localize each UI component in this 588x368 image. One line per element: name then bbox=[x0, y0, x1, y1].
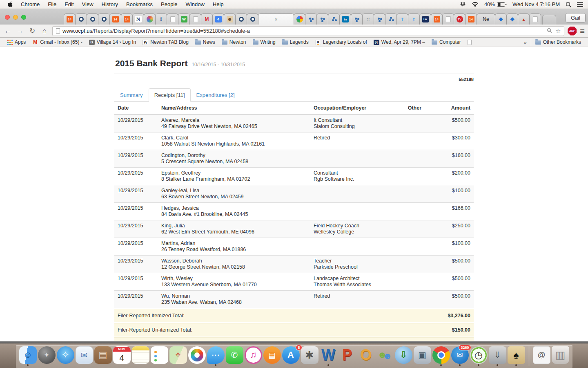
menu-bar-item[interactable]: Chrome bbox=[17, 1, 44, 7]
notes-icon[interactable] bbox=[132, 346, 149, 366]
browser-tab[interactable] bbox=[385, 13, 397, 25]
apple-menu-icon[interactable] bbox=[7, 1, 13, 7]
browser-tab[interactable] bbox=[189, 13, 201, 25]
bookmark-item[interactable]: News bbox=[192, 38, 218, 46]
trash-icon[interactable]: ▥ bbox=[552, 346, 569, 366]
report-tab[interactable]: Receipts [11] bbox=[149, 88, 191, 102]
browser-tab[interactable]: t bbox=[396, 13, 408, 25]
browser-tab[interactable] bbox=[235, 13, 247, 25]
bookmark-item[interactable]: Legends bbox=[279, 38, 312, 46]
zoom-out-icon[interactable] bbox=[547, 28, 552, 34]
reload-icon[interactable]: ↻ bbox=[28, 27, 37, 34]
profile-button[interactable]: Gail bbox=[566, 13, 586, 22]
browser-tab[interactable]: 14 bbox=[431, 13, 443, 25]
outlook-icon[interactable]: O bbox=[357, 346, 375, 366]
browser-tab[interactable]: ❖ bbox=[506, 13, 518, 25]
bookmark-item[interactable]: Newton bbox=[219, 38, 249, 46]
bookmark-item[interactable]: Legendary Locals of bbox=[312, 38, 370, 46]
chrome-icon[interactable] bbox=[432, 346, 450, 366]
browser-tab[interactable]: M bbox=[201, 13, 213, 25]
browser-tab[interactable] bbox=[328, 13, 340, 25]
internet-download-icon[interactable]: ⇩ bbox=[395, 346, 412, 366]
menu-bar-item[interactable]: Window bbox=[182, 1, 209, 7]
other-bookmarks[interactable]: Other Bookmarks bbox=[531, 38, 584, 46]
tab-close-icon[interactable]: × bbox=[274, 17, 278, 22]
forward-icon[interactable]: → bbox=[16, 27, 24, 34]
browser-tab[interactable] bbox=[305, 13, 317, 25]
bookmark-item[interactable] bbox=[465, 39, 477, 46]
thunderbird-icon[interactable]: 3260 ✉ bbox=[451, 346, 469, 366]
report-tab[interactable]: Expenditures [2] bbox=[191, 88, 241, 102]
browser-tab[interactable] bbox=[167, 13, 178, 25]
installer-icon[interactable]: ⇓ bbox=[489, 346, 506, 366]
browser-tab[interactable]: in bbox=[339, 13, 351, 25]
browser-tab[interactable] bbox=[87, 13, 98, 25]
word-icon[interactable]: W bbox=[320, 346, 337, 366]
chrome-menu-icon[interactable]: ≡ bbox=[580, 27, 585, 35]
browser-tab[interactable]: 14 bbox=[109, 13, 121, 25]
browser-tab-active[interactable]: × bbox=[258, 13, 294, 25]
bookmark-item[interactable]: Wed, Apr 29, 7PM – bbox=[371, 38, 428, 46]
browser-tab[interactable]: ☻ bbox=[224, 13, 236, 25]
itunes-icon[interactable]: ♫ bbox=[245, 346, 262, 366]
vcard-icon[interactable]: @ bbox=[533, 346, 550, 366]
battery-status[interactable]: 40% bbox=[484, 1, 507, 7]
bookmark-item[interactable]: Computer bbox=[429, 38, 464, 46]
reminders-icon[interactable] bbox=[151, 346, 168, 366]
browser-tab[interactable] bbox=[316, 13, 328, 25]
browser-tab[interactable] bbox=[247, 13, 258, 25]
browser-tab[interactable] bbox=[98, 13, 110, 25]
browser-tab[interactable]: N bbox=[132, 13, 144, 25]
photos-icon[interactable] bbox=[188, 346, 206, 366]
browser-tab[interactable]: TV bbox=[454, 13, 466, 25]
browser-tab[interactable]: 4 bbox=[212, 13, 224, 25]
calendar-icon[interactable]: NOV 4 bbox=[113, 346, 131, 366]
powerpoint-icon[interactable]: P bbox=[339, 346, 356, 366]
wifi-status-icon[interactable] bbox=[472, 2, 479, 7]
adblock-plus-icon[interactable]: ABP bbox=[568, 27, 577, 36]
safari-icon[interactable]: ✧ bbox=[57, 346, 74, 366]
finder-icon[interactable]: ☺ bbox=[19, 346, 37, 366]
browser-tab[interactable]: ❖ bbox=[495, 13, 507, 25]
spades-icon[interactable]: ♠ bbox=[508, 346, 525, 366]
browser-tab[interactable] bbox=[351, 13, 363, 25]
close-window-button[interactable] bbox=[5, 15, 10, 20]
bookmark-item[interactable]: Gmail - Inbox (65) - bbox=[29, 38, 85, 46]
back-icon[interactable]: ← bbox=[3, 27, 12, 34]
menu-bar-item[interactable]: People bbox=[157, 1, 181, 7]
address-bar[interactable]: www.ocpf.us/Reports/DisplayReport?menuHi… bbox=[52, 26, 564, 36]
home-icon[interactable]: ⌂ bbox=[40, 27, 49, 34]
messenger-icon[interactable]: ☻ bbox=[376, 346, 394, 366]
launchpad-icon[interactable]: ✦ bbox=[38, 346, 56, 366]
remote-desktop-icon[interactable]: ▣ bbox=[414, 346, 431, 366]
browser-tab[interactable]: 14 bbox=[121, 13, 133, 25]
dropbox-status-icon[interactable] bbox=[460, 2, 466, 7]
browser-tab[interactable]: t bbox=[408, 13, 420, 25]
menu-bar-clock[interactable]: Wed Nov 4 7:16 PM bbox=[512, 1, 560, 7]
mail-icon[interactable]: ✉ bbox=[76, 346, 93, 366]
menu-bar-item[interactable]: View bbox=[78, 1, 98, 7]
browser-tab[interactable] bbox=[75, 13, 87, 25]
browser-tab[interactable]: ▲ bbox=[518, 13, 530, 25]
browser-tab[interactable] bbox=[529, 13, 541, 25]
menu-bar-item[interactable]: History bbox=[98, 1, 122, 7]
notification-center-icon[interactable] bbox=[577, 2, 583, 7]
clock-icon[interactable]: ◷ bbox=[470, 346, 488, 366]
bookmark-star-icon[interactable]: ☆ bbox=[555, 27, 561, 35]
browser-tab[interactable] bbox=[294, 13, 305, 25]
spotlight-search-icon[interactable] bbox=[566, 2, 571, 7]
browser-tab[interactable] bbox=[442, 13, 454, 25]
browser-tab[interactable]: ∷ bbox=[362, 13, 374, 25]
bookmark-item[interactable]: Village 14 › Log In bbox=[86, 38, 139, 46]
app-store-icon[interactable]: 8 A bbox=[282, 346, 300, 366]
bookmark-item[interactable]: Apps bbox=[4, 38, 29, 46]
facetime-icon[interactable]: ✆ bbox=[226, 346, 243, 366]
ibooks-icon[interactable]: ▤ bbox=[263, 346, 281, 366]
browser-tab[interactable] bbox=[144, 13, 156, 25]
bookmark-item[interactable]: Writing bbox=[250, 38, 278, 46]
system-preferences-icon[interactable]: ✱ bbox=[301, 346, 318, 366]
browser-tab[interactable]: 14 bbox=[465, 13, 477, 25]
messages-icon[interactable]: ⋯ bbox=[207, 346, 225, 366]
menu-bar-item[interactable]: File bbox=[44, 1, 60, 7]
menu-bar-item[interactable]: Edit bbox=[60, 1, 78, 7]
